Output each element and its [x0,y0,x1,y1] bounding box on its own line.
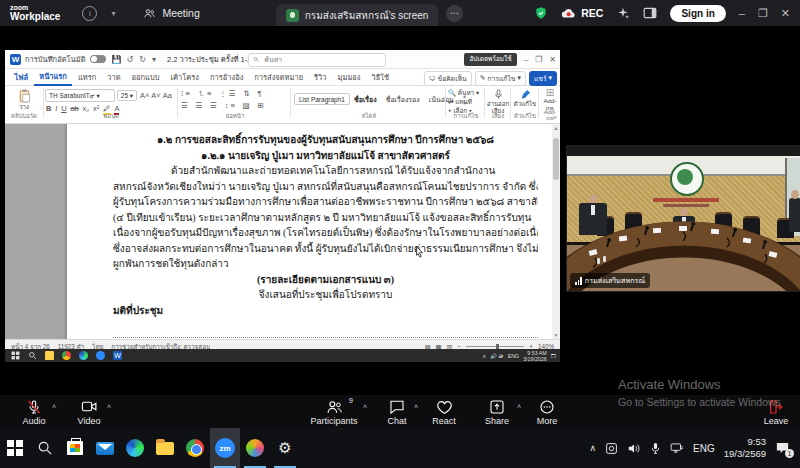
align-left-icon[interactable]: ☰ [181,101,190,110]
maximize-button[interactable]: ❐ [758,7,768,20]
tab-more-button[interactable]: ⋯ [446,5,463,22]
shared-start-icon[interactable] [11,351,20,360]
shading-icon[interactable]: ▨ [243,101,252,110]
shared-edge-icon[interactable] [79,351,88,360]
tab-review[interactable]: รีวิว [309,70,332,85]
record-tray-icon[interactable] [605,442,618,455]
scrollbar-thumb[interactable] [553,138,559,180]
borders-icon[interactable]: ⊞ [258,101,266,110]
grow-font-icon[interactable]: A˄ [140,91,149,100]
close-button[interactable]: ✕ [781,7,790,20]
editor-button[interactable]: ตัวแก้ไข [512,89,538,107]
participants-chevron-icon[interactable]: ˄ [363,403,367,410]
shared-tray-chevron-icon[interactable]: ∧ [482,353,486,359]
word-minimize-button[interactable]: – [524,55,528,64]
scroll-up-icon[interactable]: ▲ [553,125,559,131]
chevron-down-icon[interactable]: ▾ [111,9,115,18]
tab-view[interactable]: มุมมอง [332,70,366,85]
minimize-button[interactable]: – [739,7,745,19]
comments-button[interactable]: 🗨 ข้อคิดเห็น [424,71,472,86]
save-icon[interactable]: 💾 [112,55,122,64]
video-chevron-icon[interactable]: ˄ [107,403,111,410]
editing-mode-button[interactable]: ✎ การแก้ไข ▾ [475,71,526,86]
explorer-button[interactable] [150,428,180,468]
tab-references[interactable]: การอ้างอิง [204,70,248,85]
undo-icon[interactable]: ↺ [126,55,133,64]
tab-meeting[interactable]: Meeting [143,7,199,20]
numbering-icon[interactable]: ⒈≡ [198,89,214,99]
word-close-button[interactable]: ✕ [549,55,556,64]
addins-button[interactable]: ⊞ Add-ins [540,89,560,111]
shared-notification-icon[interactable]: 🗔 [551,353,556,359]
tab-layout[interactable]: เค้าโครง [165,70,205,85]
tab-draw[interactable]: วาด [102,70,126,85]
tab-insert[interactable]: แทรก [72,70,101,85]
audio-chevron-icon[interactable]: ˄ [52,403,56,410]
font-name-box[interactable]: TH SarabunIT๙ ▾ [45,89,115,102]
style-current[interactable]: List Paragraph1 [294,93,350,105]
tab-shared-screen[interactable]: กรมส่งเสริมสหกรณ์'s screen [276,4,439,26]
autosave-toggle[interactable] [90,55,106,63]
search-input[interactable] [262,55,381,64]
notification-button[interactable]: 1 [775,441,790,455]
multilevel-list-icon[interactable]: ⋮☰ [219,89,237,98]
mic-tray-icon[interactable] [650,442,661,455]
vertical-scrollbar[interactable]: ▲ ▼ [552,124,560,339]
more-button[interactable]: More [519,398,575,426]
security-shield-icon[interactable] [534,6,548,20]
pilcrow-icon[interactable]: ¶ [257,89,263,98]
share-button[interactable]: แชร์ ▾ [529,71,557,86]
info-icon[interactable]: i [82,6,97,21]
zoom-slider[interactable] [466,346,524,347]
edge-button[interactable] [120,428,150,468]
find-button[interactable]: 🔍 ค้นหา ▾ [448,88,484,97]
zoom-app-button[interactable]: zm [210,428,240,468]
quick-access-chevron-icon[interactable]: ▾ [152,55,156,64]
tab-file[interactable]: ไฟล์ [9,70,34,85]
document-page[interactable]: ๑.๒ การขอสละสิทธิ์การรับทุนของผู้รับทุนส… [67,124,553,339]
shared-app-icon[interactable] [96,351,105,360]
replace-button[interactable]: ⇄ แทนที่ [448,97,484,106]
side-panel-icon[interactable] [643,7,657,19]
participants-button[interactable]: 9 Participants [303,398,365,426]
paste-button[interactable]: วาง [5,89,43,110]
shared-explorer-icon[interactable] [45,351,54,360]
leave-button[interactable]: Leave [748,398,800,426]
taskbar-search-button[interactable] [30,428,60,468]
ai-companion-icon[interactable] [616,6,630,20]
settings-button[interactable]: ⚙ [270,428,300,468]
style-subtitle[interactable]: ชื่อเรื่องรอง [386,94,420,105]
tab-design[interactable]: ออกแบบ [126,70,165,85]
bullets-icon[interactable]: ⁝≡ [181,89,192,98]
redo-icon[interactable]: ↻ [139,55,146,64]
store-button[interactable] [60,428,90,468]
chrome-button[interactable] [180,428,210,468]
sort-icon[interactable]: ⇅ [243,89,251,98]
network-display-icon[interactable] [670,442,684,454]
shared-chrome-icon[interactable] [62,351,71,360]
tab-mailings[interactable]: การส่งจดหมาย [249,70,309,85]
shared-language[interactable]: ENG [508,353,519,359]
change-case-icon[interactable]: Aa [163,91,172,100]
tab-help[interactable]: วิธีใช้ [366,70,395,85]
start-button[interactable] [0,428,30,468]
shared-word-icon[interactable]: W [113,351,122,360]
shared-clock[interactable]: 9:53 AM 3/19/2026 [523,350,547,362]
tray-chevron-icon[interactable]: ∧ [589,443,596,453]
document-area[interactable]: ๑.๒ การขอสละสิทธิ์การรับทุนของผู้รับทุนส… [5,124,560,339]
shrink-font-icon[interactable]: A˅ [151,91,160,100]
tab-home[interactable]: หน้าแรก [34,69,73,86]
language-indicator[interactable]: ENG [693,443,715,454]
scroll-down-icon[interactable]: ▼ [553,332,559,338]
align-right-icon[interactable]: ☰ [210,101,219,110]
align-center-icon[interactable]: ☰ [196,101,205,110]
word-search-box[interactable] [248,53,386,67]
react-button[interactable]: React [416,398,472,426]
sign-in-button[interactable]: Sign in [670,5,725,22]
style-title[interactable]: ชื่อเรื่อง [354,94,377,105]
open-app-button[interactable] [240,428,270,468]
collapse-ribbon-icon[interactable]: ˅ [553,114,557,121]
taskbar-clock[interactable]: 9:53 19/3/2569 [724,436,766,460]
speaker-icon[interactable] [627,442,641,455]
font-size-box[interactable]: 25 ▾ [117,90,137,101]
